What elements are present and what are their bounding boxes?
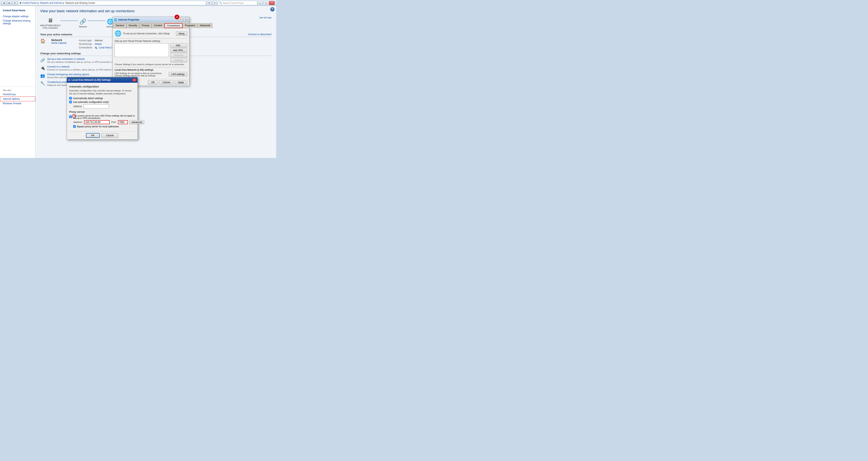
sidebar-divider xyxy=(0,86,35,87)
vpn-buttons: Add... Add VPN... Remove Settings xyxy=(170,43,187,62)
lan-dialog-footer: OK Cancel xyxy=(67,131,137,139)
annotation-circle-2: 2 xyxy=(175,15,179,19)
vpn-list[interactable] xyxy=(115,43,169,57)
vpn-section-label: Dial-up and Virtual Private Network sett… xyxy=(115,38,187,42)
see-also-label: See also xyxy=(0,88,35,92)
inet-cancel-button[interactable]: Cancel xyxy=(159,80,174,85)
use-proxy-row: Use a proxy server for your LAN (These s… xyxy=(69,115,135,119)
setting-link-0[interactable]: Set up a new connection or network xyxy=(47,58,85,60)
network-map: 🖥 WIN-FPS98CAR3C0 (This computer) 🔗 Netw… xyxy=(40,17,115,29)
network-icon: 🔗 xyxy=(78,18,88,26)
tab-general[interactable]: General xyxy=(114,23,126,28)
breadcrumb-sep2: ▶ xyxy=(63,2,64,4)
remove-button[interactable]: Remove xyxy=(170,53,187,57)
search-icon: 🔍 xyxy=(219,2,222,4)
computer-sublabel: (This computer) xyxy=(43,27,58,29)
inet-props-close-btn[interactable]: ✕ xyxy=(184,18,188,22)
settings-button[interactable]: Settings xyxy=(170,58,187,62)
help-button[interactable]: ? xyxy=(270,7,275,11)
refresh-button2[interactable]: ↻ xyxy=(212,1,217,5)
setting-icon-3: 🔧 xyxy=(40,81,45,86)
inet-props-title-icon: 🌐 xyxy=(114,18,117,21)
back-button[interactable]: ◀ xyxy=(2,1,6,5)
close-button[interactable]: ✕ xyxy=(269,1,275,5)
tab-programs[interactable]: Programs xyxy=(183,23,197,28)
lan-ok-button[interactable]: OK xyxy=(86,133,100,138)
inet-props-help-btn[interactable]: ? xyxy=(178,18,183,22)
connections-label: Connections: xyxy=(79,46,94,49)
sidebar-adapter-link[interactable]: Change adapter settings xyxy=(0,14,35,19)
setting-desc-1: Connect or reconnect to a wireless, wire… xyxy=(47,68,123,71)
minimize-button[interactable]: — xyxy=(257,1,263,5)
address-input[interactable] xyxy=(84,105,109,108)
lan-cancel-button[interactable]: Cancel xyxy=(101,133,118,138)
inet-apply-button[interactable]: Apply xyxy=(175,80,187,85)
connect-disconnect-link[interactable]: Connect or disconnect xyxy=(248,33,272,36)
sidebar: Control Panel Home Change adapter settin… xyxy=(0,6,35,158)
setup-text: To set up an Internet connection, click … xyxy=(123,32,175,35)
tab-content[interactable]: Content xyxy=(152,23,164,28)
computer-label: WIN-FPS98CAR3C0 xyxy=(40,24,60,27)
proxy-address-input[interactable] xyxy=(84,120,110,124)
dropdown-button[interactable]: ▼ xyxy=(207,1,212,5)
lan-settings-dialog: 🖧 Local Area Network (LAN) Settings ✕ Au… xyxy=(67,77,138,140)
auto-detect-row: Automatically detect settings xyxy=(69,97,135,100)
inet-props-tabs: General Security Privacy Content Connect… xyxy=(113,23,189,28)
homegroup-value-link[interactable]: Joined xyxy=(94,42,101,46)
sidebar-home-link[interactable]: Control Panel Home xyxy=(0,8,35,12)
network-info: Network Home network xyxy=(51,38,66,45)
network-type-link[interactable]: Home network xyxy=(51,42,66,45)
setting-link-1[interactable]: Connect to a network xyxy=(47,65,69,68)
title-bar: ◀ ▶ ↻ ⊞ Control Panel ▶ Network and Inte… xyxy=(0,0,276,6)
tab-privacy[interactable]: Privacy xyxy=(140,23,152,28)
internet-properties-dialog: 2 🌐 Internet Properties ? ✕ General Secu… xyxy=(113,17,189,86)
inet-ok-button[interactable]: OK xyxy=(148,80,158,85)
sidebar-internet-options-link[interactable]: Internet Options xyxy=(0,96,35,101)
port-input[interactable] xyxy=(118,120,128,124)
port-label: Port: xyxy=(111,121,116,123)
tab-connections[interactable]: Connections xyxy=(164,23,183,28)
page-title: View your basic network information and … xyxy=(40,9,272,13)
sidebar-sharing-link[interactable]: Change advanced sharing settings xyxy=(0,19,35,26)
lan-dialog-body: Automatic configuration Automatic config… xyxy=(67,83,137,131)
search-box[interactable]: 🔍 Search Control Panel xyxy=(218,1,257,5)
bypass-checkbox[interactable] xyxy=(73,125,76,128)
breadcrumb-part1[interactable]: Control Panel xyxy=(22,2,37,4)
add-button[interactable]: Add... xyxy=(170,43,187,48)
lan-settings-button[interactable]: LAN settings xyxy=(169,72,187,77)
sidebar-firewall-link[interactable]: Windows Firewall xyxy=(0,101,35,106)
lan-section-label: Local Area Network (LAN) settings xyxy=(115,68,187,71)
address-bar[interactable]: ⊞ Control Panel ▶ Network and Internet ▶… xyxy=(18,1,206,5)
auto-detect-checkbox[interactable] xyxy=(69,97,72,99)
lan-section: Local Area Network (LAN) settings LAN Se… xyxy=(115,67,187,77)
computer-node: 🖥 WIN-FPS98CAR3C0 (This computer) xyxy=(40,17,60,29)
lan-close-button[interactable]: ✕ xyxy=(132,78,136,82)
maximize-button[interactable]: □ xyxy=(263,1,269,5)
see-full-map-link[interactable]: See full map xyxy=(259,17,272,19)
forward-button[interactable]: ▶ xyxy=(7,1,12,5)
search-placeholder: Search Control Panel xyxy=(223,2,244,4)
sidebar-homegroup-link[interactable]: HomeGroup xyxy=(0,92,35,96)
use-proxy-label: Use a proxy server for your LAN (These s… xyxy=(73,115,135,119)
tab-security[interactable]: Security xyxy=(126,23,139,28)
setting-link-2[interactable]: Choose homegroup and sharing options xyxy=(47,73,89,76)
use-script-label: Use automatic configuration script xyxy=(73,101,109,104)
address-label: Address xyxy=(73,105,82,108)
inet-props-body: 🌐 To set up an Internet connection, clic… xyxy=(113,28,189,79)
setup-button[interactable]: Setup xyxy=(176,31,187,36)
lan-dialog-icon: 🖧 xyxy=(68,79,70,81)
refresh-button[interactable]: ↻ xyxy=(12,1,18,5)
connection-icon: 🔌 xyxy=(94,47,97,49)
advanced-button[interactable]: Advanced xyxy=(129,120,144,124)
active-networks-label: View your active networks xyxy=(40,33,72,36)
homegroup-label: HomeGroup: xyxy=(79,42,94,46)
auto-config-desc: Automatic configuration may override man… xyxy=(69,89,135,95)
use-proxy-checkbox[interactable] xyxy=(69,115,72,118)
use-script-checkbox[interactable] xyxy=(69,101,72,103)
tab-advanced[interactable]: Advanced xyxy=(197,23,212,28)
address-bar-area: ◀ ▶ ↻ ⊞ Control Panel ▶ Network and Inte… xyxy=(2,1,257,5)
lan-dialog-titlebar: 🖧 Local Area Network (LAN) Settings ✕ xyxy=(67,77,137,83)
breadcrumb-part2[interactable]: Network and Internet xyxy=(40,2,62,4)
add-vpn-button[interactable]: Add VPN... xyxy=(170,48,187,53)
breadcrumb-icon: ⊞ xyxy=(20,2,22,4)
